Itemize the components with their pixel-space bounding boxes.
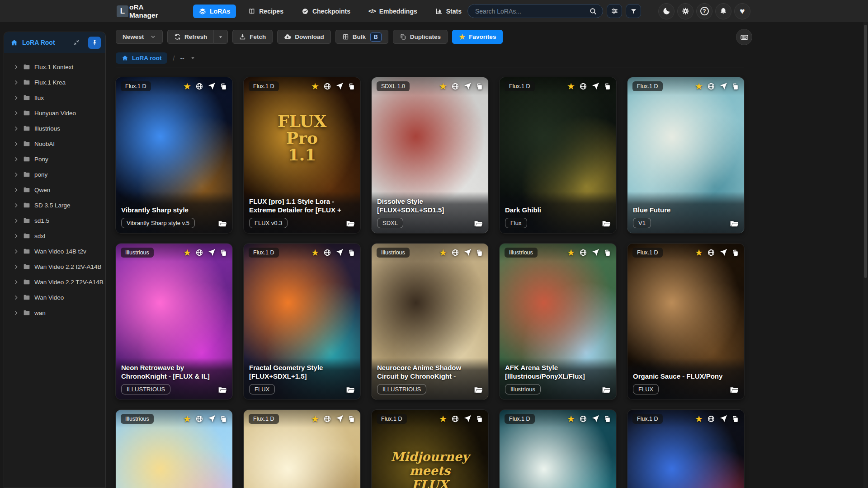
send-icon[interactable] (591, 249, 599, 257)
globe-icon[interactable] (579, 82, 587, 90)
copy-icon[interactable] (731, 249, 739, 257)
sidebar-folder-item[interactable]: Wan Video 2.2 T2V-A14B (4, 274, 105, 290)
send-icon[interactable] (335, 82, 344, 90)
lora-card[interactable]: Flux.1 D ★ (500, 410, 616, 488)
search-settings-button[interactable] (607, 4, 622, 18)
copy-icon[interactable] (476, 249, 483, 257)
sidebar-folder-item[interactable]: Qwen (4, 182, 105, 197)
chevron-right-icon[interactable] (13, 64, 19, 70)
open-folder-icon[interactable] (602, 385, 611, 394)
open-folder-icon[interactable] (474, 385, 483, 394)
globe-icon[interactable] (451, 249, 459, 257)
open-folder-icon[interactable] (474, 219, 483, 228)
favorite-star-icon[interactable]: ★ (567, 248, 575, 257)
send-icon[interactable] (719, 415, 727, 423)
sidebar-folder-item[interactable]: SD 3.5 Large (4, 197, 105, 213)
copy-icon[interactable] (348, 83, 355, 90)
send-icon[interactable] (591, 82, 599, 90)
globe-icon[interactable] (707, 82, 715, 90)
chevron-right-icon[interactable] (13, 233, 19, 239)
sidebar-folder-item[interactable]: pony (4, 167, 105, 182)
lora-card[interactable]: Illustrious ★ Neon Retrowave by ChronoKn… (116, 244, 232, 399)
version-badge[interactable]: SDXL (377, 218, 403, 228)
globe-icon[interactable] (195, 415, 203, 423)
settings-button[interactable] (677, 3, 693, 19)
favorite-star-icon[interactable]: ★ (439, 248, 447, 257)
lora-card[interactable]: SDXL 1.0 ★ Dissolve Style [FLUX+SDXL+SD1… (372, 77, 488, 233)
bulk-button[interactable]: Bulk B (335, 30, 388, 44)
send-icon[interactable] (463, 249, 472, 257)
theme-toggle-button[interactable] (658, 3, 675, 19)
chevron-right-icon[interactable] (13, 310, 19, 316)
copy-icon[interactable] (604, 83, 611, 90)
lora-card[interactable]: Flux.1 D ★ (244, 410, 360, 488)
favorite-star-icon[interactable]: ★ (695, 82, 703, 91)
lora-card[interactable]: Illustrious ★ AFK Arena Style [Illustrio… (500, 244, 616, 399)
lora-card[interactable]: Flux.1 D ★ (627, 410, 744, 488)
pin-sidebar-button[interactable] (88, 37, 101, 49)
version-badge[interactable]: FLUX v0.3 (249, 218, 288, 228)
sidebar-root-label[interactable]: LoRA Root (22, 39, 55, 46)
send-icon[interactable] (208, 82, 216, 90)
favorites-button[interactable]: ♥ (734, 3, 750, 19)
duplicates-button[interactable]: Duplicates (393, 30, 448, 44)
copy-icon[interactable] (604, 249, 611, 257)
chevron-right-icon[interactable] (13, 80, 19, 85)
chevron-right-icon[interactable] (13, 156, 19, 162)
open-folder-icon[interactable] (602, 219, 611, 228)
search-box[interactable] (467, 4, 603, 18)
favorite-star-icon[interactable]: ★ (311, 248, 319, 257)
open-folder-icon[interactable] (346, 219, 355, 228)
send-icon[interactable] (591, 415, 599, 423)
open-folder-icon[interactable] (730, 385, 739, 394)
sidebar-folder-item[interactable]: Hunyuan Video (4, 105, 105, 121)
globe-icon[interactable] (323, 249, 331, 257)
notifications-button[interactable] (715, 3, 731, 19)
chevron-right-icon[interactable] (13, 279, 19, 285)
sidebar-folder-item[interactable]: Wan Video 14B t2v (4, 244, 105, 259)
send-icon[interactable] (719, 249, 727, 257)
send-icon[interactable] (463, 82, 472, 90)
globe-icon[interactable] (195, 82, 203, 90)
favorite-star-icon[interactable]: ★ (183, 414, 191, 423)
open-folder-icon[interactable] (218, 385, 227, 394)
favorite-star-icon[interactable]: ★ (439, 82, 447, 91)
app-logo[interactable]: L oRA Manager (117, 3, 174, 19)
lora-card[interactable]: FLUX Pro 1.1 Flux.1 D ★ FLUX (244, 77, 360, 233)
breadcrumb-root[interactable]: LoRA root (116, 52, 167, 64)
send-icon[interactable] (335, 415, 344, 423)
favorite-star-icon[interactable]: ★ (439, 414, 447, 423)
favorite-star-icon[interactable]: ★ (695, 248, 703, 257)
chevron-right-icon[interactable] (13, 126, 19, 131)
chevron-right-icon[interactable] (13, 95, 19, 101)
copy-icon[interactable] (348, 415, 355, 423)
sidebar-folder-item[interactable]: Wan Video 2.2 I2V-A14B (4, 259, 105, 274)
nav-tab-loras[interactable]: LoRAs (193, 5, 236, 18)
lora-card[interactable]: Illustrious ★ Neurocore Anime Shadow Cir… (372, 244, 488, 399)
lora-card[interactable]: Flux.1 D ★ Vibrantly Sharp style (116, 77, 232, 233)
chevron-right-icon[interactable] (13, 218, 19, 224)
fetch-button[interactable]: Fetch (232, 30, 273, 44)
nav-tab-embeddings[interactable]: </> Embeddings (363, 5, 423, 18)
send-icon[interactable] (208, 415, 216, 423)
favorite-star-icon[interactable]: ★ (183, 82, 191, 91)
favorite-star-icon[interactable]: ★ (567, 82, 575, 91)
help-button[interactable]: ? (696, 3, 712, 19)
chevron-right-icon[interactable] (13, 264, 19, 270)
globe-icon[interactable] (323, 82, 331, 90)
version-badge[interactable]: V1 (633, 218, 651, 228)
search-icon[interactable] (589, 7, 597, 15)
sidebar-folder-item[interactable]: sd1.5 (4, 213, 105, 228)
sidebar-folder-item[interactable]: Flux.1 Krea (4, 75, 105, 90)
open-folder-icon[interactable] (730, 219, 739, 228)
lora-card[interactable]: Midjourney meets FLUX Flux.1 D ★ (372, 410, 488, 488)
copy-icon[interactable] (731, 415, 739, 423)
sidebar-folder-item[interactable]: NoobAI (4, 136, 105, 151)
refresh-options-caret[interactable] (214, 30, 228, 44)
copy-icon[interactable] (476, 415, 483, 423)
send-icon[interactable] (463, 415, 472, 423)
copy-icon[interactable] (220, 83, 227, 90)
favorites-filter-button[interactable]: ★ Favorites (452, 30, 503, 44)
copy-icon[interactable] (731, 83, 739, 90)
collapse-all-icon[interactable] (73, 39, 80, 46)
